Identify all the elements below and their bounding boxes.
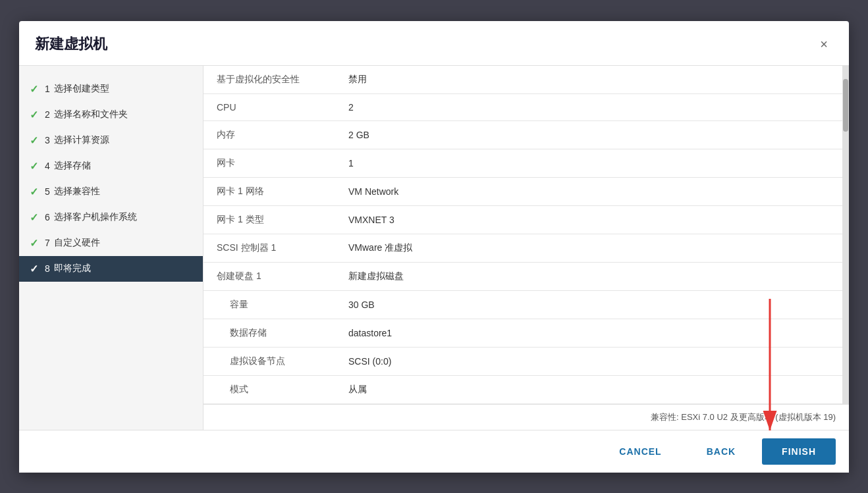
table-row: 网卡 1 网络VM Network bbox=[203, 177, 842, 205]
table-row: 网卡 1 类型VMXNET 3 bbox=[203, 205, 842, 234]
check-icon: ✓ bbox=[30, 134, 38, 147]
table-row: 内存2 GB bbox=[203, 120, 842, 149]
back-button[interactable]: BACK bbox=[688, 440, 754, 463]
table-row: 数据存储datastore1 bbox=[203, 319, 842, 347]
sidebar-item-3[interactable]: ✓3 选择计算资源 bbox=[19, 128, 203, 153]
table-container[interactable]: 基于虚拟化的安全性禁用CPU2内存2 GB网卡1网卡 1 网络VM Networ… bbox=[203, 66, 842, 404]
check-icon: ✓ bbox=[30, 109, 38, 121]
row-label: 网卡 1 类型 bbox=[203, 205, 335, 234]
table-scroll-wrapper: 基于虚拟化的安全性禁用CPU2内存2 GB网卡1网卡 1 网络VM Networ… bbox=[203, 66, 849, 404]
sidebar: ✓1 选择创建类型✓2 选择名称和文件夹✓3 选择计算资源✓4 选择存储✓5 选… bbox=[19, 66, 203, 430]
row-value: 新建虚拟磁盘 bbox=[335, 262, 842, 290]
table-row: 容量30 GB bbox=[203, 290, 842, 319]
row-value: 1 bbox=[335, 149, 842, 177]
dialog-title: 新建虚拟机 bbox=[35, 34, 107, 54]
row-value: 2 GB bbox=[335, 120, 842, 149]
dialog-footer: CANCEL BACK FINISH bbox=[19, 430, 849, 473]
check-icon: ✓ bbox=[30, 160, 38, 172]
step-num: 2 bbox=[45, 109, 50, 120]
row-label: 内存 bbox=[203, 120, 335, 149]
main-content: 基于虚拟化的安全性禁用CPU2内存2 GB网卡1网卡 1 网络VM Networ… bbox=[203, 66, 849, 430]
row-label: CPU bbox=[203, 93, 335, 120]
dialog: 新建虚拟机 × ✓1 选择创建类型✓2 选择名称和文件夹✓3 选择计算资源✓4 … bbox=[19, 21, 849, 473]
row-value: VMware 准虚拟 bbox=[335, 234, 842, 262]
sidebar-item-label: 选择计算资源 bbox=[54, 134, 109, 146]
step-num: 8 bbox=[45, 263, 50, 274]
step-num: 1 bbox=[45, 84, 50, 94]
step-num: 3 bbox=[45, 135, 50, 145]
check-icon: ✓ bbox=[30, 186, 38, 198]
row-label: 网卡 bbox=[203, 149, 335, 177]
table-row: 创建硬盘 1新建虚拟磁盘 bbox=[203, 262, 842, 290]
sidebar-item-1[interactable]: ✓1 选择创建类型 bbox=[19, 76, 203, 102]
row-label: 容量 bbox=[203, 290, 335, 319]
sidebar-item-7[interactable]: ✓7 自定义硬件 bbox=[19, 230, 203, 256]
row-label: 基于虚拟化的安全性 bbox=[203, 66, 335, 94]
table-row: 模式从属 bbox=[203, 375, 842, 403]
step-num: 5 bbox=[45, 186, 50, 197]
row-value: 30 GB bbox=[335, 290, 842, 319]
sidebar-item-label: 选择存储 bbox=[54, 160, 91, 172]
sidebar-item-label: 选择名称和文件夹 bbox=[54, 109, 128, 120]
table-row: CPU2 bbox=[203, 93, 842, 120]
row-value: datastore1 bbox=[335, 319, 842, 347]
dialog-body: ✓1 选择创建类型✓2 选择名称和文件夹✓3 选择计算资源✓4 选择存储✓5 选… bbox=[19, 66, 849, 430]
table-row: 虚拟设备节点SCSI (0:0) bbox=[203, 347, 842, 375]
check-icon: ✓ bbox=[30, 211, 38, 224]
sidebar-item-4[interactable]: ✓4 选择存储 bbox=[19, 153, 203, 179]
step-num: 7 bbox=[45, 238, 50, 248]
table-row: 网卡1 bbox=[203, 149, 842, 177]
check-icon: ✓ bbox=[30, 263, 38, 275]
cancel-button[interactable]: CANCEL bbox=[601, 440, 680, 463]
row-value: VMXNET 3 bbox=[335, 205, 842, 234]
row-value: 2 bbox=[335, 93, 842, 120]
row-label: 模式 bbox=[203, 375, 335, 403]
row-label: 虚拟设备节点 bbox=[203, 347, 335, 375]
finish-button[interactable]: FINISH bbox=[762, 438, 836, 465]
scrollbar[interactable] bbox=[842, 66, 849, 404]
row-value[interactable]: VM Network bbox=[335, 177, 842, 205]
row-label: 创建硬盘 1 bbox=[203, 262, 335, 290]
dialog-overlay: 新建虚拟机 × ✓1 选择创建类型✓2 选择名称和文件夹✓3 选择计算资源✓4 … bbox=[0, 0, 868, 493]
row-value: 从属 bbox=[335, 375, 842, 403]
row-value: 禁用 bbox=[335, 66, 842, 94]
check-icon: ✓ bbox=[30, 237, 38, 249]
table-row: 基于虚拟化的安全性禁用 bbox=[203, 66, 842, 94]
row-label: SCSI 控制器 1 bbox=[203, 234, 335, 262]
sidebar-item-label: 选择客户机操作系统 bbox=[54, 211, 137, 223]
sidebar-item-label: 选择兼容性 bbox=[54, 186, 100, 197]
sidebar-item-6[interactable]: ✓6 选择客户机操作系统 bbox=[19, 205, 203, 230]
sidebar-item-label: 选择创建类型 bbox=[54, 83, 109, 95]
row-label: 数据存储 bbox=[203, 319, 335, 347]
row-value: SCSI (0:0) bbox=[335, 347, 842, 375]
sidebar-item-8[interactable]: ✓8 即将完成 bbox=[19, 256, 203, 282]
sidebar-item-2[interactable]: ✓2 选择名称和文件夹 bbox=[19, 102, 203, 128]
scrollbar-thumb bbox=[843, 79, 848, 132]
row-label: 网卡 1 网络 bbox=[203, 177, 335, 205]
sidebar-item-5[interactable]: ✓5 选择兼容性 bbox=[19, 179, 203, 205]
compat-info: 兼容性: ESXi 7.0 U2 及更高版本 (虚拟机版本 19) bbox=[203, 404, 849, 430]
step-num: 4 bbox=[45, 161, 50, 171]
table-row: SCSI 控制器 1VMware 准虚拟 bbox=[203, 234, 842, 262]
sidebar-item-label: 即将完成 bbox=[54, 263, 91, 274]
sidebar-item-label: 自定义硬件 bbox=[54, 237, 100, 249]
dialog-header: 新建虚拟机 × bbox=[19, 21, 849, 66]
summary-table: 基于虚拟化的安全性禁用CPU2内存2 GB网卡1网卡 1 网络VM Networ… bbox=[203, 66, 842, 404]
check-icon: ✓ bbox=[30, 83, 38, 95]
close-button[interactable]: × bbox=[815, 34, 833, 55]
step-num: 6 bbox=[45, 212, 50, 222]
